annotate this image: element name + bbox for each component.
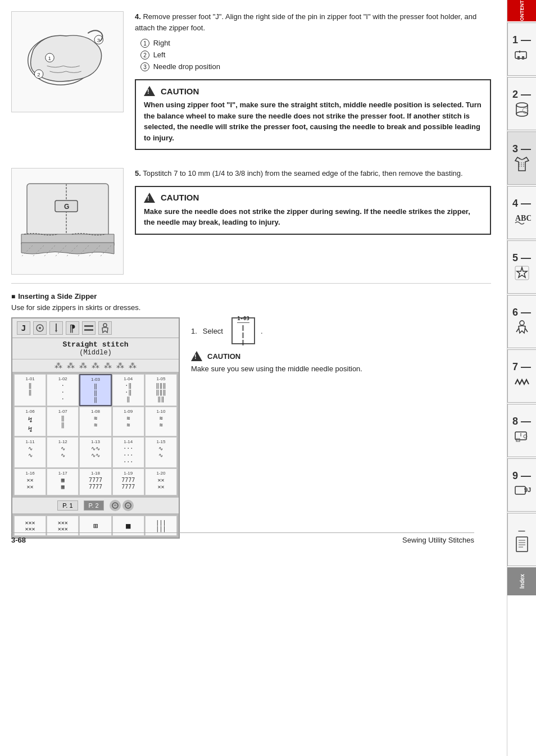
stitch-dots-row: ⁂ ⁂ ⁂ ⁂ ⁂ ⁂ ⁂ xyxy=(12,359,179,372)
svg-marker-14 xyxy=(517,267,527,277)
stitch-cell-1-12[interactable]: 1-12 ∿∿ xyxy=(47,437,79,468)
footer: 3-68 Sewing Utility Stitches xyxy=(11,532,474,544)
panel-header: J ⁋ xyxy=(12,318,179,338)
caution-box-1: CAUTION When using zipper foot "I", make… xyxy=(135,79,491,150)
svg-text:1: 1 xyxy=(48,55,51,61)
dot-2: ⁂ xyxy=(67,361,75,370)
stitch-cell-1-15[interactable]: 1-15 ∿∿ xyxy=(145,437,177,468)
caution-simple-title: CAUTION xyxy=(191,351,491,361)
caution-text-2: Make sure the needle does not strike the… xyxy=(144,206,482,228)
tab-number-2: 2 — xyxy=(512,89,531,101)
sub-item-needle: 3 Needle drop position xyxy=(140,61,491,73)
svg-rect-51 xyxy=(84,325,93,327)
caution-triangle-icon-1 xyxy=(144,86,155,96)
side-zipper-section: Inserting a Side Zipper Use for side zip… xyxy=(11,292,491,539)
stitch-cell-1-01[interactable]: 1-01 ‖‖ xyxy=(14,374,46,406)
sidebar-tab-2[interactable]: 2 — xyxy=(507,77,537,130)
figure-icon xyxy=(513,318,531,336)
stitch-cell-1-08[interactable]: 1-08 ≋≋ xyxy=(79,407,111,436)
dot-6: ⁂ xyxy=(116,361,124,370)
svg-rect-2 xyxy=(522,56,524,60)
stitch-cell-1-04[interactable]: 1-04 ·‖·‖‖ xyxy=(112,374,144,406)
stitch-cell-1-06[interactable]: 1-06 ↯↯ xyxy=(14,407,46,436)
stitch-cell-1-09[interactable]: 1-09 ≋≋ xyxy=(112,407,144,436)
top-section: 1 2 3 4. Remove presser foot "J". Align … xyxy=(11,11,491,157)
select-stitch-icon[interactable]: 1-03 ‖‖‖ xyxy=(231,317,255,344)
svg-rect-52 xyxy=(84,329,93,331)
circle-1: 1 xyxy=(140,39,149,48)
panel-icon-person xyxy=(98,321,112,335)
stitch-panel[interactable]: J ⁋ xyxy=(11,317,180,539)
svg-point-55 xyxy=(125,503,131,508)
stitch-grid: 1-01 ‖‖ 1-02 ··· 1-03 ‖‖‖ 1-04 ·‖·‖‖ xyxy=(12,372,179,497)
svg-point-15 xyxy=(520,321,524,325)
step4-text: 4. Remove presser foot "J". Align the ri… xyxy=(135,11,491,33)
sub-item-right: 1 Right xyxy=(140,38,491,49)
sidebar-tab-5[interactable]: 5 — xyxy=(507,240,537,294)
svg-line-17 xyxy=(525,329,528,332)
svg-rect-1 xyxy=(517,56,520,60)
stitch-cell-1-20[interactable]: 1-20 ✕✕✕✕ xyxy=(145,468,177,495)
step-select-period: . xyxy=(261,327,263,335)
stitch-icon xyxy=(513,373,531,391)
dot-1: ⁂ xyxy=(54,361,62,370)
contents-label: CONTENTS xyxy=(519,0,525,25)
tab-number-6: 6 — xyxy=(512,307,531,318)
right-instructions: 1. Select 1-03 ‖‖‖ . CAUTION Make sure xyxy=(191,317,491,539)
page-1-button[interactable]: P. 1 xyxy=(57,500,78,511)
svg-point-49 xyxy=(39,327,41,329)
page-2-button[interactable]: P. 2 xyxy=(84,500,104,511)
stitch-cell-1-07[interactable]: 1-07 ‖‖ xyxy=(47,407,79,436)
stitch-cell-1-10[interactable]: 1-10 ≋≋ xyxy=(145,407,177,436)
sidebar-tab-8[interactable]: 8 — xyxy=(507,404,537,457)
side-zipper-header: Inserting a Side Zipper xyxy=(11,292,491,300)
tab-number-7: 7 — xyxy=(512,361,531,373)
panel-icon-settings xyxy=(82,321,96,335)
panel-icon-spool xyxy=(33,321,47,335)
panel-main-title: Straight stitch xyxy=(15,340,176,349)
index-tab[interactable]: Index xyxy=(507,567,537,595)
section-divider xyxy=(11,283,491,284)
panel-header-icons: J ⁋ xyxy=(17,321,112,335)
middle-section: G 5. Topstitch 7 to 10 mm (1/4 to 3/8 in… xyxy=(11,168,491,275)
panel-icon-stitch: ⁋ xyxy=(66,321,79,335)
step5-text: 5. Topstitch 7 to 10 mm (1/4 to 3/8 inch… xyxy=(135,168,491,179)
step4-instructions: 4. Remove presser foot "J". Align the ri… xyxy=(135,11,491,157)
footer-page-number: 3-68 xyxy=(11,536,26,544)
select-icon-lines: ‖‖‖ xyxy=(242,324,244,346)
sidebar-tab-1[interactable]: 1 — xyxy=(507,22,537,76)
sidebar-tab-7[interactable]: 7 — xyxy=(507,349,537,403)
stitch-cell-1-19[interactable]: 1-19 77777777 xyxy=(112,468,144,495)
sidebar-tab-3[interactable]: 3 — xyxy=(507,131,537,185)
sidebar-tab-6[interactable]: 6 — xyxy=(507,295,537,348)
sidebar-tab-4[interactable]: 4 — ABC xyxy=(507,186,537,239)
dot-5: ⁂ xyxy=(104,361,112,370)
svg-line-16 xyxy=(516,329,519,332)
contents-tab[interactable]: CONTENTS xyxy=(507,0,537,21)
stitch-cell-1-16[interactable]: 1-16 ✕✕✕✕ xyxy=(14,468,46,495)
stitch-cell-1-11[interactable]: 1-11 ∿∿ xyxy=(14,437,46,468)
stitch-cell-1-18[interactable]: 1-18 77777777 xyxy=(79,468,111,495)
sidebar-tab-9[interactable]: 9 — 9J xyxy=(507,458,537,512)
svg-rect-0 xyxy=(515,52,526,58)
step-select-number: 1. xyxy=(191,327,197,335)
step5-instructions: 5. Topstitch 7 to 10 mm (1/4 to 3/8 inch… xyxy=(135,168,491,275)
svg-text:2: 2 xyxy=(37,71,40,78)
stitch-cell-1-02[interactable]: 1-02 ··· xyxy=(47,374,79,406)
stitch-cell-1-03[interactable]: 1-03 ‖‖‖ xyxy=(79,374,111,406)
svg-text:G: G xyxy=(64,203,69,211)
stitch-cell-1-05[interactable]: 1-05 ‖‖‖‖‖‖‖‖ xyxy=(145,374,177,406)
stitch-cell-1-13[interactable]: 1-13 ∿∿∿∿ xyxy=(79,437,111,468)
stitch-cell-1-17[interactable]: 1-17 ▦▦ xyxy=(47,468,79,495)
svg-text:ABC: ABC xyxy=(515,214,531,222)
sewing-illustration: G xyxy=(11,168,124,275)
sidebar-tab-10[interactable]: — xyxy=(507,513,537,566)
svg-point-5 xyxy=(516,112,528,116)
caution-title-1: CAUTION xyxy=(144,86,482,96)
caution-simple-text: Make sure you sew using the middle needl… xyxy=(191,363,491,375)
stitch-cell-1-14[interactable]: 1-14 ········· xyxy=(112,437,144,468)
svg-point-4 xyxy=(516,103,528,107)
page-icon-1 xyxy=(110,500,121,511)
index-label: Index xyxy=(519,574,525,589)
tab-number-10: — xyxy=(519,527,525,535)
